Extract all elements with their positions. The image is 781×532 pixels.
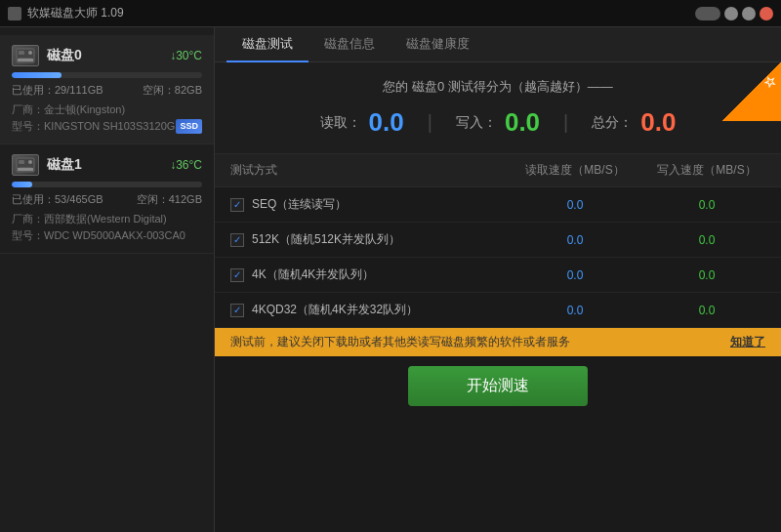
- score-row: 读取： 0.0 | 写入： 0.0 | 总分： 0.0: [244, 107, 752, 138]
- tab-bar: 磁盘测试 磁盘信息 磁盘健康度: [215, 27, 781, 62]
- score-divider-2: |: [559, 111, 572, 134]
- maximize-button[interactable]: [742, 7, 756, 20]
- tab-disk-test[interactable]: 磁盘测试: [226, 27, 308, 62]
- svg-rect-5: [19, 160, 24, 164]
- disk0-model-row: 型号：KINGSTON SH103S3120G SSD: [12, 118, 202, 135]
- title-bar-controls: [695, 7, 773, 20]
- title-bar: 软媒磁盘大师 1.09: [0, 0, 781, 27]
- table-row: 4K（随机4K并发队列） 0.0 0.0: [215, 258, 781, 293]
- disk1-bar: [12, 182, 32, 187]
- content-area: 磁盘测试 磁盘信息 磁盘健康度 ☆ 您的 磁盘0 测试得分为（越高越好）—— 读…: [215, 27, 781, 532]
- disk0-header: 磁盘0 ↓30°C: [12, 45, 202, 66]
- svg-point-6: [28, 160, 32, 164]
- disk0-icon: [12, 45, 39, 66]
- warning-banner: 测试前，建议关闭下载助或者其他类读写磁盘频繁的软件或者服务 知道了: [215, 328, 781, 356]
- table-row: 512K（随机512K并发队列） 0.0 0.0: [215, 223, 781, 258]
- warning-text: 测试前，建议关闭下载助或者其他类读写磁盘频繁的软件或者服务: [230, 334, 570, 350]
- test-name-seq: SEQ（连续读写）: [252, 196, 502, 213]
- test-write-seq: 0.0: [648, 198, 765, 212]
- test-read-512k: 0.0: [502, 233, 648, 247]
- svg-rect-3: [19, 58, 32, 60]
- table-row: 4KQD32（随机4K并发32队列） 0.0 0.0: [215, 293, 781, 328]
- score-write: 写入： 0.0: [436, 107, 559, 138]
- disk0-temp: ↓30°C: [170, 49, 202, 62]
- sidebar: 磁盘0 ↓30°C 已使用：29/111GB 空闲：82GB 厂商：金士顿(Ki…: [0, 27, 215, 532]
- disk0-header-left: 磁盘0: [12, 45, 82, 66]
- score-section: 您的 磁盘0 测试得分为（越高越好）—— 读取： 0.0 | 写入： 0.0 |…: [215, 62, 781, 154]
- tab-disk-info[interactable]: 磁盘信息: [308, 27, 390, 62]
- checkbox-4kqd32[interactable]: [230, 304, 244, 317]
- svg-point-2: [28, 51, 32, 55]
- disk0-bar: [12, 72, 62, 78]
- test-name-4k: 4K（随机4K并发队列）: [252, 266, 502, 283]
- checkbox-512k[interactable]: [230, 233, 244, 247]
- score-divider-1: |: [424, 111, 436, 134]
- test-name-4kqd32: 4KQD32（随机4K并发32队列）: [252, 302, 502, 318]
- disk1-icon: [12, 154, 39, 176]
- checkbox-4k[interactable]: [230, 268, 244, 282]
- disk1-header-left: 磁盘1: [12, 154, 82, 176]
- content-wrapper: ☆ 您的 磁盘0 测试得分为（越高越好）—— 读取： 0.0 | 写入： 0.0…: [215, 62, 781, 532]
- table-row: SEQ（连续读写） 0.0 0.0: [215, 187, 781, 223]
- disk1-brand: 厂商：西部数据(Western Digital): [12, 211, 202, 227]
- main-layout: 磁盘0 ↓30°C 已使用：29/111GB 空闲：82GB 厂商：金士顿(Ki…: [0, 27, 781, 532]
- disk1-name: 磁盘1: [47, 156, 82, 174]
- score-total-value: 0.0: [640, 107, 676, 138]
- test-write-512k: 0.0: [648, 233, 765, 247]
- start-section: 开始测速: [215, 356, 781, 416]
- warning-dismiss-link[interactable]: 知道了: [730, 334, 765, 350]
- score-read: 读取： 0.0: [301, 107, 424, 138]
- disk0-name: 磁盘0: [47, 47, 82, 64]
- close-button[interactable]: [760, 7, 773, 20]
- disk-item-0[interactable]: 磁盘0 ↓30°C 已使用：29/111GB 空闲：82GB 厂商：金士顿(Ki…: [0, 35, 214, 144]
- score-read-label: 读取：: [320, 114, 361, 132]
- disk-item-1[interactable]: 磁盘1 ↓36°C 已使用：53/465GB 空闲：412GB 厂商：西部数据(…: [0, 144, 214, 254]
- minimize-button[interactable]: [724, 7, 738, 20]
- col-header-name: 测试方式: [230, 162, 502, 179]
- col-header-write: 写入速度（MB/S）: [648, 162, 765, 179]
- disk0-bar-container: [12, 72, 202, 78]
- mode-button[interactable]: [695, 7, 720, 20]
- test-read-4kqd32: 0.0: [502, 304, 648, 317]
- col-header-read: 读取速度（MB/S）: [502, 162, 648, 179]
- test-table-header: 测试方式 读取速度（MB/S） 写入速度（MB/S）: [215, 154, 781, 187]
- disk0-ssd-badge: SSD: [176, 119, 202, 135]
- disk1-model: 型号：WDC WD5000AAKX-003CA0: [12, 227, 202, 244]
- disk1-free: 空闲：412GB: [137, 192, 202, 207]
- disk1-stats: 已使用：53/465GB 空闲：412GB: [12, 192, 202, 207]
- checkbox-seq[interactable]: [230, 198, 244, 212]
- svg-rect-7: [19, 167, 32, 169]
- test-read-4k: 0.0: [502, 268, 648, 282]
- score-total: 总分： 0.0: [572, 107, 695, 138]
- disk1-temp: ↓36°C: [170, 158, 202, 172]
- test-write-4k: 0.0: [648, 268, 765, 282]
- disk1-header: 磁盘1 ↓36°C: [12, 154, 202, 176]
- score-write-label: 写入：: [456, 114, 497, 132]
- disk0-stats: 已使用：29/111GB 空闲：82GB: [12, 83, 202, 98]
- tab-disk-health[interactable]: 磁盘健康度: [390, 27, 485, 62]
- svg-rect-1: [19, 51, 24, 55]
- test-read-seq: 0.0: [502, 198, 648, 212]
- disk0-used: 已使用：29/111GB: [12, 83, 103, 98]
- disk1-used: 已使用：53/465GB: [12, 192, 103, 207]
- score-total-label: 总分：: [592, 114, 633, 132]
- test-name-512k: 512K（随机512K并发队列）: [252, 231, 502, 248]
- score-title: 您的 磁盘0 测试得分为（越高越好）——: [244, 78, 752, 96]
- app-icon: [8, 7, 21, 20]
- title-bar-left: 软媒磁盘大师 1.09: [8, 5, 124, 21]
- score-write-value: 0.0: [505, 107, 540, 138]
- start-speed-test-button[interactable]: 开始测速: [408, 366, 588, 406]
- disk1-bar-container: [12, 182, 202, 187]
- disk0-free: 空闲：82GB: [143, 83, 202, 98]
- disk0-model: 型号：KINGSTON SH103S3120G: [12, 118, 175, 135]
- test-write-4kqd32: 0.0: [648, 304, 765, 317]
- app-title: 软媒磁盘大师 1.09: [27, 5, 124, 21]
- disk0-brand: 厂商：金士顿(Kingston): [12, 102, 202, 118]
- score-read-value: 0.0: [369, 107, 404, 138]
